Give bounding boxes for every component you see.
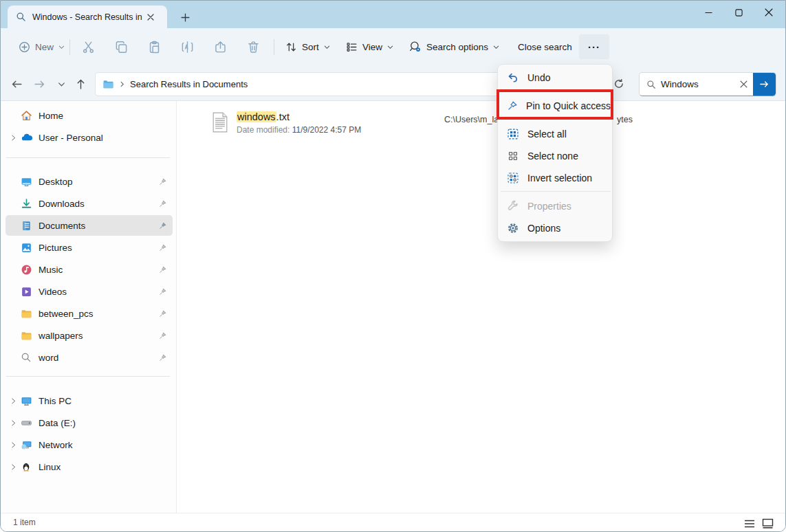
back-button[interactable] xyxy=(6,72,27,96)
chevron-right-icon[interactable] xyxy=(6,134,21,142)
pin-icon xyxy=(158,243,167,252)
sort-button[interactable]: Sort xyxy=(280,34,336,59)
chevron-down-icon xyxy=(387,44,393,50)
chevron-right-icon[interactable] xyxy=(6,419,21,427)
sidebar-item-network[interactable]: Network xyxy=(6,434,173,455)
rename-button[interactable] xyxy=(175,34,199,59)
see-more-menu: Undo Pin to Quick access Select all Sele… xyxy=(497,64,613,242)
copy-icon xyxy=(115,41,128,54)
sidebar-item-wallpapers[interactable]: wallpapers xyxy=(6,325,173,346)
share-button[interactable] xyxy=(208,34,232,59)
menu-item-select-all[interactable]: Select all xyxy=(501,123,611,145)
sidebar-item-music[interactable]: Music xyxy=(6,259,173,280)
menu-item-select-none[interactable]: Select none xyxy=(501,145,611,167)
sidebar-item-downloads[interactable]: Downloads xyxy=(6,193,173,214)
sort-button-label: Sort xyxy=(302,42,319,52)
details-view-icon[interactable] xyxy=(742,517,757,531)
large-icons-view-icon[interactable] xyxy=(760,517,775,531)
delete-button[interactable] xyxy=(241,34,265,59)
search-icon xyxy=(640,80,661,89)
up-button[interactable] xyxy=(70,72,91,96)
search-box xyxy=(639,72,776,96)
select-all-icon xyxy=(507,128,519,140)
maximize-button[interactable] xyxy=(723,1,754,24)
downloads-icon xyxy=(21,198,39,210)
sidebar-item-label: Data (E:) xyxy=(39,418,76,428)
paste-button[interactable] xyxy=(142,34,166,59)
sidebar-item-desktop[interactable]: Desktop xyxy=(6,171,173,192)
menu-divider xyxy=(501,191,611,192)
pin-icon xyxy=(158,221,167,230)
sidebar-item-this-pc[interactable]: This PC xyxy=(6,390,173,411)
file-row[interactable]: windows.txt Date modified: 11/9/2022 4:5… xyxy=(237,111,361,135)
sidebar-item-documents[interactable]: Documents xyxy=(6,215,173,236)
search-options-icon xyxy=(409,41,422,53)
menu-item-invert-selection[interactable]: Invert selection xyxy=(501,167,611,189)
sidebar-item-between-pcs[interactable]: between_pcs xyxy=(6,303,173,324)
menu-item-undo[interactable]: Undo xyxy=(501,67,611,89)
sidebar-item-label: Desktop xyxy=(39,177,73,187)
folder-icon xyxy=(21,308,39,320)
chevron-down-icon xyxy=(324,44,330,50)
desktop-icon xyxy=(21,176,39,188)
tab-title: Windows - Search Results in D xyxy=(32,12,142,22)
breadcrumb[interactable]: Search Results in Documents xyxy=(130,79,248,89)
forward-icon xyxy=(34,78,45,90)
sidebar-item-data-drive[interactable]: Data (E:) xyxy=(6,412,173,433)
chevron-down-icon xyxy=(58,80,65,88)
sort-icon xyxy=(285,41,297,53)
close-search-button[interactable]: Close search xyxy=(512,34,578,59)
recent-locations-chevron[interactable] xyxy=(51,72,72,96)
close-button[interactable] xyxy=(753,1,785,24)
sidebar-item-label: Documents xyxy=(39,221,85,231)
menu-item-pin-to-quick-access[interactable]: Pin to Quick access xyxy=(501,95,611,117)
sidebar-divider xyxy=(6,157,170,158)
sidebar-item-videos[interactable]: Videos xyxy=(6,281,173,302)
new-tab-button[interactable] xyxy=(177,9,193,25)
see-more-button[interactable]: ··· xyxy=(579,34,609,59)
chevron-right-icon[interactable] xyxy=(6,463,21,471)
file-list: windows.txt Date modified: 11/9/2022 4:5… xyxy=(177,101,786,513)
pin-icon xyxy=(158,265,167,274)
copy-button[interactable] xyxy=(109,34,133,59)
chevron-right-icon[interactable] xyxy=(6,397,21,405)
sidebar-item-linux[interactable]: Linux xyxy=(6,456,173,477)
clear-search-icon[interactable] xyxy=(734,80,753,88)
sidebar-item-label: Network xyxy=(39,440,73,450)
titlebar: Windows - Search Results in D xyxy=(1,1,785,28)
sidebar-item-user-personal[interactable]: User - Personal xyxy=(6,127,173,148)
minimize-button[interactable] xyxy=(692,1,724,24)
saved-search-icon xyxy=(21,352,39,363)
search-submit-button[interactable] xyxy=(753,72,776,96)
sidebar-item-home[interactable]: Home xyxy=(6,105,173,126)
view-icon xyxy=(346,41,358,53)
sidebar-item-word-search[interactable]: word xyxy=(6,347,173,368)
explorer-tab[interactable]: Windows - Search Results in D xyxy=(8,5,167,28)
tab-close-icon[interactable] xyxy=(144,10,157,24)
new-button[interactable]: New xyxy=(13,34,70,59)
search-input[interactable] xyxy=(661,79,734,89)
chevron-right-icon[interactable] xyxy=(6,441,21,449)
paste-icon xyxy=(148,41,161,54)
onedrive-cloud-icon xyxy=(21,131,39,144)
up-icon xyxy=(75,78,87,90)
forward-button[interactable] xyxy=(29,72,50,96)
view-button[interactable]: View xyxy=(340,34,399,59)
network-icon xyxy=(21,439,39,451)
more-dots-icon: ··· xyxy=(588,41,600,53)
menu-item-options[interactable]: Options xyxy=(501,217,611,239)
item-count: 1 item xyxy=(13,518,36,527)
sidebar-item-label: Music xyxy=(39,265,63,275)
search-options-button[interactable]: Search options xyxy=(404,34,505,59)
music-icon xyxy=(21,264,39,276)
folder-icon xyxy=(102,78,114,90)
share-icon xyxy=(214,41,227,54)
sidebar-item-label: between_pcs xyxy=(39,309,94,319)
this-pc-icon xyxy=(21,395,39,407)
sidebar-item-label: wallpapers xyxy=(39,331,83,341)
chevron-down-icon xyxy=(493,44,499,50)
sidebar-item-pictures[interactable]: Pictures xyxy=(6,237,173,258)
cut-button[interactable] xyxy=(76,34,100,59)
refresh-icon xyxy=(613,78,624,89)
sidebar-item-label: Home xyxy=(39,111,63,121)
